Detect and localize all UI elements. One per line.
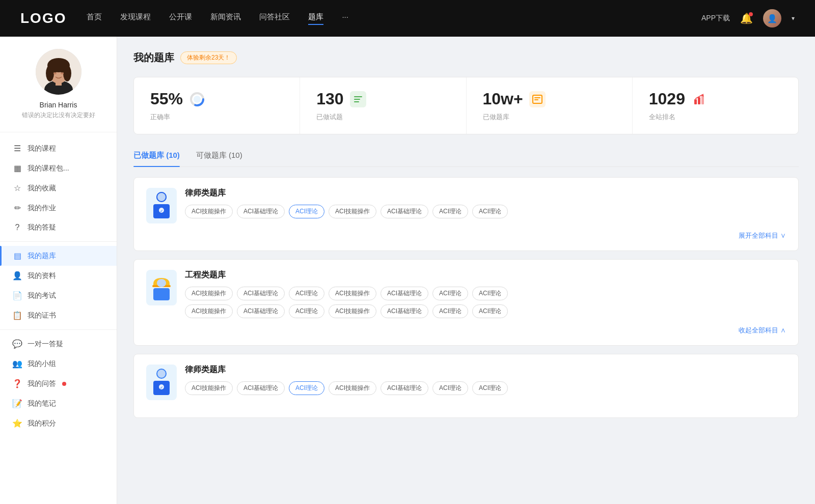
tag[interactable]: ACI基础理论 <box>381 205 428 218</box>
tag[interactable]: ACI理论 <box>472 381 508 395</box>
svg-rect-24 <box>701 95 704 104</box>
tag[interactable]: ACI技能操作 <box>329 287 376 300</box>
svg-rect-33 <box>153 288 170 300</box>
menu-points[interactable]: ⭐ 我的积分 <box>0 413 117 433</box>
menu-label: 我的收藏 <box>28 184 56 193</box>
menu-exams[interactable]: 📄 我的考试 <box>0 286 117 305</box>
bank-name: 律师类题库 <box>185 365 786 375</box>
tag[interactable]: ACI理论 <box>472 304 508 318</box>
qa-icon: ❓ <box>12 379 22 388</box>
tag[interactable]: ACI理论 <box>432 287 468 300</box>
main-layout: Brian Harris 错误的决定比没有决定要好 ☰ 我的课程 ▦ 我的课程包… <box>0 37 815 504</box>
tag[interactable]: ACI理论 <box>432 205 468 218</box>
sidebar: Brian Harris 错误的决定比没有决定要好 ☰ 我的课程 ▦ 我的课程包… <box>0 37 117 504</box>
nav-more[interactable]: ··· <box>342 12 348 25</box>
menu-course-packages[interactable]: ▦ 我的课程包... <box>0 158 117 178</box>
tab-available-banks[interactable]: 可做题库 (10) <box>196 147 242 166</box>
one-on-one-icon: 💬 <box>12 339 22 349</box>
tab-done-banks[interactable]: 已做题库 (10) <box>133 147 180 166</box>
tag-active[interactable]: ACI理论 <box>289 205 324 218</box>
stats-row: 55% 正确率 130 <box>133 77 799 134</box>
tag[interactable]: ACI基础理论 <box>237 381 285 395</box>
stat-ranking: 1029 全站排名 <box>633 77 798 134</box>
tag[interactable]: ACI基础理论 <box>381 381 428 395</box>
tab-bar: 已做题库 (10) 可做题库 (10) <box>133 147 799 167</box>
expand-button[interactable]: 展开全部科目 ∨ <box>739 232 786 239</box>
nav-home[interactable]: 首页 <box>87 12 102 25</box>
user-avatar[interactable]: 👤 <box>763 9 781 27</box>
tag[interactable]: ACI理论 <box>432 304 468 318</box>
menu-label: 我的资料 <box>28 271 56 281</box>
tag[interactable]: ACI技能操作 <box>185 205 233 218</box>
svg-rect-17 <box>354 101 359 102</box>
tag[interactable]: ACI技能操作 <box>329 205 376 218</box>
menu-one-on-one[interactable]: 💬 一对一答疑 <box>0 334 117 354</box>
tag[interactable]: ACI基础理论 <box>237 205 285 218</box>
nav-qa[interactable]: 问答社区 <box>259 12 290 25</box>
menu-question-bank[interactable]: ▤ 我的题库 <box>0 246 117 266</box>
homework-icon: ✏ <box>12 203 22 213</box>
tag[interactable]: ACI技能操作 <box>185 304 233 318</box>
tag[interactable]: ACI技能操作 <box>185 287 233 300</box>
user-menu-chevron[interactable]: ▾ <box>792 15 795 22</box>
stat-top: 10w+ <box>483 90 546 108</box>
tag[interactable]: ACI理论 <box>289 287 324 300</box>
tag[interactable]: ACI理论 <box>289 304 324 318</box>
tag[interactable]: ACI理论 <box>432 381 468 395</box>
trial-badge: 体验剩余23天！ <box>180 51 237 64</box>
nav-news[interactable]: 新闻资讯 <box>210 12 241 25</box>
menu-label: 我的作业 <box>28 204 56 213</box>
svg-point-6 <box>63 65 71 81</box>
sidebar-divider <box>0 241 117 242</box>
sidebar-divider-2 <box>0 329 117 330</box>
tag[interactable]: ACI技能操作 <box>185 381 233 395</box>
app-download[interactable]: APP下载 <box>701 14 730 23</box>
tag-active[interactable]: ACI理论 <box>289 381 324 395</box>
questions-icon: ? <box>12 223 22 232</box>
logo: LOGO <box>20 10 66 26</box>
bank-header: 工程类题库 ACI技能操作 ACI基础理论 ACI理论 ACI技能操作 ACI基… <box>146 270 786 318</box>
tag[interactable]: ACI基础理论 <box>381 304 428 318</box>
stat-done-banks: 10w+ 已做题库 <box>467 77 633 134</box>
menu-questions[interactable]: ? 我的答疑 <box>0 218 117 237</box>
menu-groups[interactable]: 👥 我的小组 <box>0 354 117 374</box>
menu-homework[interactable]: ✏ 我的作业 <box>0 198 117 218</box>
menu-notes[interactable]: 📝 我的笔记 <box>0 394 117 413</box>
nav-open-course[interactable]: 公开课 <box>169 12 192 25</box>
menu-my-courses[interactable]: ☰ 我的课程 <box>0 138 117 158</box>
tag[interactable]: ACI基础理论 <box>237 304 285 318</box>
stat-top: 55% <box>150 90 205 108</box>
menu-certificates[interactable]: 📋 我的证书 <box>0 305 117 325</box>
main-content: 我的题库 体验剩余23天！ 55% 正确率 <box>117 37 815 504</box>
sidebar-menu: ☰ 我的课程 ▦ 我的课程包... ☆ 我的收藏 ✏ 我的作业 ? 我的答疑 ▤ <box>0 132 117 439</box>
tag[interactable]: ACI技能操作 <box>329 304 376 318</box>
groups-icon: 👥 <box>12 359 22 369</box>
ranking-icon <box>691 91 708 107</box>
nav-discover[interactable]: 发现课程 <box>120 12 151 25</box>
collapse-button[interactable]: 收起全部科目 ∧ <box>739 326 786 334</box>
svg-point-5 <box>46 65 54 81</box>
svg-rect-23 <box>698 97 700 104</box>
menu-label: 我的课程 <box>28 144 56 153</box>
tag[interactable]: ACI基础理论 <box>381 287 428 300</box>
notification-bell[interactable]: 🔔 <box>740 12 753 24</box>
tag[interactable]: ACI技能操作 <box>329 381 376 395</box>
menu-label: 我的答疑 <box>28 223 56 232</box>
nav-links: 首页 发现课程 公开课 新闻资讯 问答社区 题库 ··· <box>87 12 681 25</box>
profile-icon: 👤 <box>12 271 22 281</box>
tag[interactable]: ACI理论 <box>472 205 508 218</box>
menu-label: 我的积分 <box>28 419 56 428</box>
nav-question-bank[interactable]: 题库 <box>308 12 323 25</box>
svg-point-8 <box>61 72 64 74</box>
tag[interactable]: ACI基础理论 <box>237 287 285 300</box>
menu-label: 我的问答 <box>28 379 56 388</box>
svg-text:✓: ✓ <box>160 209 163 213</box>
menu-label: 我的课程包... <box>28 164 69 173</box>
bank-card-lawyer-1: ✓ 律师类题库 ACI技能操作 ACI基础理论 ACI理论 ACI技能操作 AC… <box>133 177 799 251</box>
navbar: LOGO 首页 发现课程 公开课 新闻资讯 问答社区 题库 ··· APP下载 … <box>0 0 815 37</box>
tag[interactable]: ACI理论 <box>472 287 508 300</box>
menu-profile[interactable]: 👤 我的资料 <box>0 266 117 286</box>
menu-favorites[interactable]: ☆ 我的收藏 <box>0 178 117 198</box>
packages-icon: ▦ <box>12 163 22 173</box>
menu-my-qa[interactable]: ❓ 我的问答 <box>0 374 117 394</box>
